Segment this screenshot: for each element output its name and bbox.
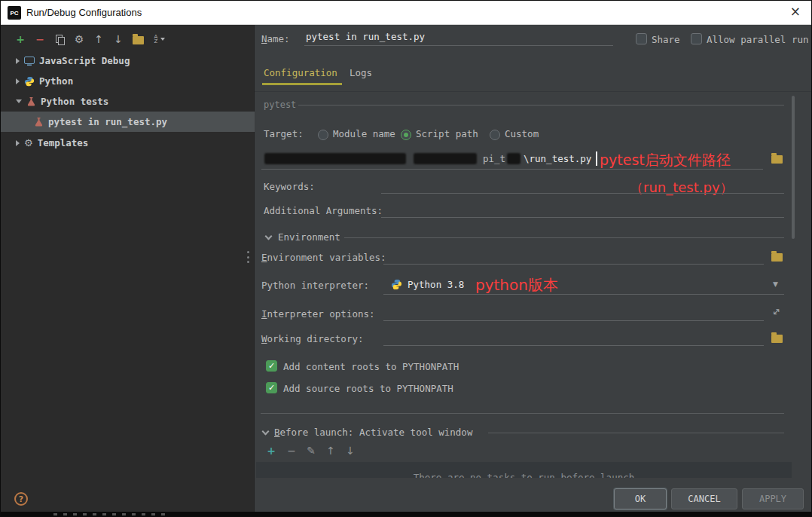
path-fragment: pi_t xyxy=(483,153,505,164)
apply-button[interactable]: APPLY xyxy=(742,488,804,509)
tree-item-label: pytest in run_test.py xyxy=(48,116,167,127)
edit-templates-gear-icon[interactable]: ⚙ xyxy=(72,32,87,47)
additional-arguments-label: Additional Arguments: xyxy=(264,205,383,216)
custom-radio[interactable] xyxy=(490,130,500,140)
copy-icon xyxy=(55,34,65,44)
vertical-scrollbar[interactable] xyxy=(792,96,795,239)
script-path-radio[interactable] xyxy=(401,130,411,140)
pytest-flask-icon xyxy=(34,117,44,127)
browse-script-path-folder-icon[interactable] xyxy=(771,155,783,164)
close-icon[interactable]: × xyxy=(790,4,801,19)
sort-configurations-icon[interactable]: AZ xyxy=(151,32,166,47)
text-cursor xyxy=(596,151,597,166)
new-folder-icon[interactable] xyxy=(130,32,145,47)
tree-item-label: Templates xyxy=(38,137,89,148)
environment-collapse-chevron-icon[interactable] xyxy=(265,233,273,240)
expand-field-icon[interactable]: ↔ xyxy=(769,304,783,318)
redacted-path-segment xyxy=(507,153,520,164)
tree-item-pytest-in-run-test[interactable]: pytest in run_test.py xyxy=(1,112,255,132)
no-tasks-message: There are no tasks to run before launch xyxy=(256,472,792,478)
dropdown-arrow-icon[interactable]: ▼ xyxy=(773,280,778,288)
chevron-right-icon[interactable] xyxy=(16,58,20,64)
tree-item-templates[interactable]: ⚙ Templates xyxy=(1,133,255,153)
interpreter-options-label: Interpreter options: xyxy=(261,308,375,320)
additional-arguments-input[interactable] xyxy=(381,200,784,218)
python-icon xyxy=(391,279,402,290)
share-checkbox[interactable] xyxy=(636,33,647,44)
module-name-label[interactable]: Module name xyxy=(333,128,395,139)
before-launch-title[interactable]: Before launch: Activate tool window xyxy=(274,427,472,438)
before-launch-move-down-icon[interactable]: ↓ xyxy=(343,444,357,457)
ok-button[interactable]: OK xyxy=(614,488,667,509)
before-launch-collapse-chevron-icon[interactable] xyxy=(262,428,270,436)
splitter-grip[interactable] xyxy=(247,251,249,263)
chevron-right-icon[interactable] xyxy=(16,140,20,146)
script-path-label[interactable]: Script path xyxy=(416,128,478,139)
move-up-icon[interactable]: ↑ xyxy=(91,32,106,47)
working-directory-input[interactable] xyxy=(383,328,764,346)
configuration-panel: Name: Share Allow parallel run Configura… xyxy=(255,25,812,517)
allow-parallel-run-checkbox[interactable] xyxy=(691,33,702,44)
help-glyph: ? xyxy=(19,494,23,504)
pytest-group-line xyxy=(298,105,784,106)
add-content-roots-checkbox[interactable]: ✓ xyxy=(266,360,277,372)
before-launch-add-icon[interactable]: + xyxy=(264,444,278,457)
tree-item-label: Python tests xyxy=(41,96,108,107)
titlebar: PC Run/Debug Configurations × xyxy=(1,1,811,25)
tabs-separator xyxy=(255,91,812,92)
tab-logs[interactable]: Logs xyxy=(350,67,372,78)
python-interpreter-value: Python 3.8 xyxy=(408,279,464,290)
before-launch-move-up-icon[interactable]: ↑ xyxy=(324,444,337,457)
allow-parallel-run-label: Allow parallel run xyxy=(707,34,808,45)
script-path-input[interactable]: pi_t \run_test.py xyxy=(261,150,763,170)
run-debug-configurations-dialog: PC Run/Debug Configurations × + − ⚙ ↑ ↓ … xyxy=(0,0,812,517)
chevron-right-icon[interactable] xyxy=(16,78,20,84)
add-configuration-icon[interactable]: + xyxy=(13,32,28,47)
copy-configuration-icon[interactable] xyxy=(52,32,67,47)
tree-item-label: Python xyxy=(39,75,73,87)
before-launch-remove-icon[interactable]: − xyxy=(285,444,298,457)
folder-icon xyxy=(133,36,144,44)
environment-section-line xyxy=(344,237,784,238)
module-name-radio[interactable] xyxy=(318,130,328,140)
add-source-roots-checkbox[interactable]: ✓ xyxy=(266,382,277,393)
python-interpreter-label: Python interpreter: xyxy=(261,280,369,291)
help-button[interactable]: ? xyxy=(14,492,28,506)
browse-environment-variables-folder-icon[interactable] xyxy=(771,253,783,262)
before-launch-edit-icon[interactable]: ✎ xyxy=(304,444,318,457)
redacted-path-segment xyxy=(414,153,477,164)
environment-variables-label: Environment variables: xyxy=(261,252,386,263)
environment-variables-input[interactable] xyxy=(383,246,764,265)
move-down-icon[interactable]: ↓ xyxy=(111,32,126,47)
tree-item-javascript-debug[interactable]: JavaScript Debug xyxy=(1,50,255,71)
tree-item-python[interactable]: Python xyxy=(1,71,255,91)
gear-icon: ⚙ xyxy=(24,137,33,148)
cancel-button[interactable]: CANCEL xyxy=(671,488,737,509)
name-label: Name: xyxy=(261,33,290,44)
before-launch-task-list: There are no tasks to run before launch xyxy=(256,462,792,478)
custom-label[interactable]: Custom xyxy=(505,128,539,139)
tab-configuration[interactable]: Configuration xyxy=(264,67,337,78)
keywords-input[interactable] xyxy=(381,176,784,194)
scroll-area-bottom-line xyxy=(261,413,784,414)
javascript-debug-icon xyxy=(24,57,35,66)
sort-az-glyph: AZ xyxy=(153,35,159,44)
add-source-roots-label[interactable]: Add source roots to PYTHONPATH xyxy=(283,383,453,394)
browse-working-directory-folder-icon[interactable] xyxy=(771,335,783,343)
tree-item-python-tests[interactable]: Python tests xyxy=(1,91,255,112)
clipped-text-fragments xyxy=(53,513,166,515)
share-label: Share xyxy=(652,34,680,45)
name-input[interactable] xyxy=(304,28,613,46)
remove-configuration-icon[interactable]: − xyxy=(32,32,47,47)
python-interpreter-select[interactable]: Python 3.8 ▼ xyxy=(383,274,784,295)
chevron-down-icon[interactable] xyxy=(16,99,22,103)
target-label: Target: xyxy=(264,128,304,139)
add-content-roots-label[interactable]: Add content roots to PYTHONPATH xyxy=(283,361,459,372)
environment-section-title[interactable]: Environment xyxy=(278,231,340,243)
pytest-flask-icon xyxy=(26,96,36,106)
before-launch-line xyxy=(488,433,784,433)
path-tail: \run_test.py xyxy=(524,153,591,164)
interpreter-options-input[interactable] xyxy=(383,303,764,321)
pytest-group-title: pytest xyxy=(264,99,296,110)
bottom-clipped-strip xyxy=(1,512,811,517)
